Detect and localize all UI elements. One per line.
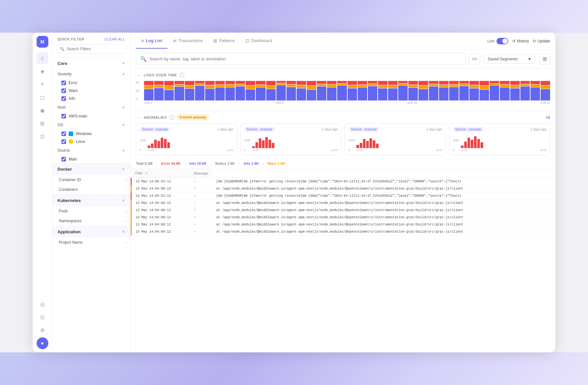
anomaly-card-2[interactable]: Service : example 2 days ago 200K 0 12:0… (345, 123, 446, 155)
search-input[interactable] (149, 56, 462, 61)
kubernetes-section-header[interactable]: Kubernetes ▼ (52, 195, 130, 206)
core-chevron-icon: ▼ (122, 62, 125, 65)
anomalies-collapse-button[interactable]: — (136, 115, 141, 120)
host-subsection-header[interactable]: Host ▼ (52, 102, 130, 112)
os-subsection-header[interactable]: OS ▼ (52, 120, 130, 130)
support-icon[interactable]: ◎ (37, 298, 48, 310)
saved-segments-dropdown[interactable]: Saved Segments ▼ (483, 54, 536, 64)
mini-bar-4 (369, 138, 372, 148)
log-expand[interactable]: + (190, 214, 212, 221)
checkbox-error[interactable] (61, 81, 66, 85)
table-row[interactable]: 13 May 14:04:00:12 + at /app/node_module… (131, 185, 556, 192)
os-chevron-icon: ▼ (122, 123, 125, 127)
anomaly-card-header: Service : example 2 days ago (453, 127, 547, 132)
checkbox-info[interactable] (61, 96, 66, 101)
bar-red (480, 81, 489, 85)
logs-icon[interactable]: ≡ (37, 78, 48, 90)
user-icon[interactable]: ● (37, 337, 48, 349)
update-button[interactable]: ↻ Update (533, 39, 550, 43)
main-search-box[interactable]: 🔍 (136, 53, 466, 65)
log-expand[interactable]: + (190, 228, 212, 236)
alert-icon[interactable]: ◉ (37, 104, 48, 116)
anomaly-y-labels: 200K 0 (139, 139, 146, 152)
bar-blue (195, 86, 204, 100)
chart-info-icon[interactable]: i (180, 73, 184, 77)
grid-icon[interactable]: ⊞ (37, 117, 48, 129)
date-sort-icon[interactable]: ⇅ (145, 171, 148, 175)
log-expand[interactable]: + (190, 207, 212, 214)
log-table: Date ⇅ Message 13 May 14:05:52:12 + [0m … (131, 168, 555, 236)
table-row[interactable]: 13 May 14:04:00:12 + at /app/node_module… (131, 228, 556, 236)
analytics-icon[interactable]: ◈ (37, 65, 48, 77)
k8s-item-pods[interactable]: Pods› (52, 206, 130, 216)
bar-group-11 (256, 81, 265, 100)
table-row[interactable]: 13 May 14:04:00:12 + at /app/node_module… (131, 200, 556, 207)
anomaly-card-0[interactable]: Service : example 2 days ago 200K 0 12:0… (136, 123, 237, 155)
anomaly-card-1[interactable]: Service : example 2 days ago 200K 0 12:0… (240, 123, 342, 155)
bar-red (418, 81, 428, 85)
severity-subsection-header[interactable]: Severity ▼ (52, 69, 130, 79)
checkbox-os-windows[interactable] (61, 131, 66, 136)
live-toggle[interactable]: Live (487, 38, 508, 44)
table-row[interactable]: 13 May 14:05:52:12 + [0m [91mERROR[0m [3… (131, 178, 556, 185)
live-toggle-switch[interactable] (497, 38, 508, 44)
checkbox-warn[interactable] (61, 88, 66, 93)
k8s-item-namespaces[interactable]: Namespaces› (52, 216, 130, 226)
code-button[interactable]: </> (469, 54, 480, 65)
table-row[interactable]: 13 May 14:04:00:12 + at /app/node_module… (131, 221, 556, 228)
log-expand[interactable]: + (190, 200, 212, 207)
chart-x-labels: JAN 1 JAN 8 JAN 15 JAN 21 (144, 101, 550, 107)
tab-log-list[interactable]: ≡ Log List (136, 34, 168, 49)
anomalies-info-icon[interactable]: i (170, 115, 174, 120)
bar-orange (327, 85, 336, 87)
anomaly-card-header: Service : example 2 days ago (244, 127, 338, 132)
date-column-header[interactable]: Date ⇅ (131, 168, 190, 178)
chart-section: — LOGS OVER TIME i 20 10 0 (131, 69, 555, 111)
chart-collapse-button[interactable]: — (136, 72, 141, 78)
home-icon[interactable]: ⌂ (37, 52, 48, 64)
checkbox-source[interactable] (61, 157, 66, 162)
bar-orange (276, 83, 286, 85)
anomaly-plus-button[interactable]: +2 (546, 115, 550, 120)
robot-icon[interactable]: ⊡ (37, 131, 48, 142)
error-stat: Error 18.6K (161, 162, 181, 165)
core-section-header[interactable]: Core ▼ (52, 58, 130, 69)
settings-icon[interactable]: ⚙ (37, 324, 48, 336)
log-date: 13 May 14:04:00:12 (131, 207, 190, 214)
tab-patterns[interactable]: ⊞ Patterns (208, 34, 240, 49)
docker-section-header[interactable]: Docker ▼ (52, 163, 130, 175)
package-icon[interactable]: ⊡ (37, 311, 48, 323)
mini-bar-3 (157, 141, 160, 148)
docker-item-containers[interactable]: Containers› (52, 185, 130, 194)
table-row[interactable]: 13 May 14:04:00:12 + at /app/node_module… (131, 207, 556, 214)
application-section-header[interactable]: Application ▼ (52, 226, 130, 238)
app-logo[interactable]: M (37, 36, 48, 48)
tab-transactions[interactable]: ⇄ Transactions (168, 34, 208, 49)
checkbox-host[interactable] (61, 114, 66, 118)
document-icon[interactable]: ◻ (37, 91, 48, 103)
table-row[interactable]: 13 May 14:04:00:12 + at /app/node_module… (131, 214, 556, 221)
search-filter-box[interactable]: 🔍 (56, 44, 126, 54)
tabs-container: ≡ Log List⇄ Transactions⊞ Patterns⊡ Dash… (136, 34, 277, 49)
anomaly-mini-chart (148, 135, 233, 148)
checkbox-os-linux[interactable] (61, 139, 66, 144)
log-expand[interactable]: + (190, 192, 212, 200)
clear-all-button[interactable]: Clear All (105, 37, 125, 41)
application-section: Application ▼ Project Name› (52, 226, 130, 247)
extra-action-button[interactable]: ⊞ (539, 54, 550, 65)
docker-item-container-id[interactable]: Container ID› (52, 175, 130, 185)
source-subsection-header[interactable]: Source ▼ (52, 146, 130, 155)
bar-blue (500, 87, 509, 100)
bar-red (490, 81, 499, 83)
log-expand[interactable]: + (190, 178, 212, 185)
tab-dashboard[interactable]: ⊡ Dashboard (240, 34, 277, 49)
filter-label: Main (69, 157, 77, 162)
log-expand[interactable]: + (190, 185, 212, 192)
anomaly-card-3[interactable]: Service : example 2 days ago 200K 0 12:0… (449, 123, 550, 155)
log-expand[interactable]: + (190, 221, 212, 228)
table-row[interactable]: 13 May 14:05:52:12 + [0m [91mERROR[0m [3… (131, 192, 556, 200)
bar-blue (327, 87, 336, 100)
search-filter-input[interactable] (67, 47, 123, 51)
app-item-project-name[interactable]: Project Name› (52, 238, 130, 247)
history-button[interactable]: ↺ History (512, 39, 529, 43)
